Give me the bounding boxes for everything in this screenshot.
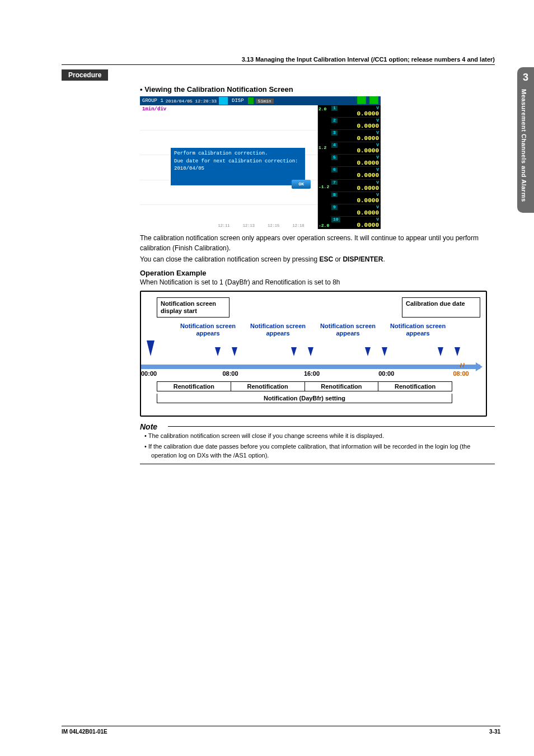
disp-label: DISP	[230, 98, 246, 104]
diagram-notif-label: Notification screenappears	[320, 323, 376, 337]
body-paragraph-2: You can close the calibration notificati…	[140, 254, 495, 264]
note-rule	[140, 464, 495, 464]
text: .	[383, 255, 385, 263]
channel-unit: V	[376, 118, 379, 123]
group-label: GROUP 1	[142, 98, 163, 104]
channel-row: 2V0.0000	[330, 118, 381, 130]
note-item: If the calibration due date passes befor…	[151, 442, 495, 460]
channel-row: 10V0.0000	[330, 217, 381, 229]
interval-label: 51min	[256, 99, 274, 104]
channel-unit: V	[376, 143, 379, 148]
scale-value: 1.2	[318, 145, 330, 150]
channel-value: 0.0000	[332, 130, 379, 142]
diagram-notif-label: Notification screenappears	[250, 323, 306, 337]
channel-number: 9	[331, 205, 338, 210]
chapter-number: 3	[517, 67, 534, 83]
operation-example-heading: Operation Example	[140, 269, 495, 277]
channel-number: 2	[331, 118, 338, 123]
channel-unit: V	[376, 106, 379, 111]
diagram-box-due: Calibration due date	[402, 297, 480, 318]
channel-number: 6	[331, 167, 338, 172]
channel-unit: V	[376, 167, 379, 172]
arrow-down-icon	[291, 347, 297, 356]
timeline-diagram: Notification screen display start Calibr…	[140, 291, 487, 417]
diagram-renotif-cell: Renotification	[305, 382, 379, 391]
arrow-down-icon	[455, 347, 460, 356]
arrow-down-icon	[438, 347, 443, 356]
channel-number: 1	[331, 106, 338, 111]
section-header: 3.13 Managing the Input Calibration Inte…	[62, 56, 495, 65]
chart-tick: 12:15	[268, 223, 279, 228]
start-arrow-icon	[147, 340, 154, 356]
note-heading: Note	[140, 422, 495, 431]
channel-row: 4V0.0000	[330, 142, 381, 155]
footer-page-number: 3-31	[489, 729, 500, 735]
diagram-tick: 00:00	[141, 370, 222, 377]
channel-unit: V	[376, 205, 379, 210]
channel-row: 1V0.0000	[330, 105, 381, 118]
status-icon	[369, 96, 378, 104]
channel-number: 5	[331, 155, 338, 160]
titlebar-right-icons	[357, 96, 378, 106]
arrow-down-icon	[308, 347, 313, 356]
channel-unit: V	[376, 130, 379, 136]
diagram-ticks: 00:00 08:00 16:00 00:00 08:00	[141, 370, 480, 377]
channel-row: 5V0.0000	[330, 155, 381, 167]
channel-row: 9V0.0000	[330, 204, 381, 217]
procedure-label: Procedure	[62, 69, 108, 81]
chapter-title: Measurement Channels and Alarms	[517, 83, 527, 202]
diagram-box-start: Notification screen display start	[157, 297, 229, 318]
chart-area: 1min/div 12:11 12:13 12:15 12:18 Perform…	[140, 105, 318, 229]
popup-line1: Perform calibration correction.	[174, 150, 302, 158]
arrow-down-icon	[365, 347, 371, 356]
datetime-label: 2010/04/05 12:20:33	[166, 99, 217, 104]
body-paragraph-1: The calibration notification screen only…	[140, 233, 495, 253]
calibration-popup: Perform calibration correction. Due date…	[171, 148, 305, 185]
channel-value: 0.0000	[332, 142, 379, 154]
status-icon	[357, 96, 366, 104]
channel-value: 0.0000	[332, 155, 379, 166]
popup-line2: Due date for next calibration correction…	[174, 158, 302, 173]
diagram-renotif-cell: Renotification	[231, 382, 305, 391]
channel-number: 4	[331, 143, 338, 148]
chart-tick: 12:18	[293, 223, 305, 228]
footer-doc-id: IM 04L42B01-01E	[62, 729, 107, 735]
diagram-notif-label: Notification screenappears	[390, 323, 446, 337]
arrow-down-icon	[382, 347, 387, 356]
channel-value: 0.0000	[332, 105, 379, 117]
channel-value: 0.0000	[332, 180, 379, 192]
progress-indicator	[248, 97, 254, 104]
channel-number: 8	[331, 193, 338, 198]
scale-value: 2.0	[318, 106, 330, 111]
operation-example-text: When Notification is set to 1 (DayBfr) a…	[140, 278, 495, 286]
channel-row: 7V0.0000	[330, 180, 381, 192]
diagram-tick: 08:00	[453, 370, 469, 377]
device-screenshot: GROUP 1 2010/04/05 12:20:33 DISP 51min 1…	[140, 96, 381, 226]
channel-unit: V	[376, 193, 379, 198]
channel-number: 3	[331, 130, 338, 136]
key-disp-enter: DISP/ENTER	[343, 255, 383, 263]
chart-tick: 12:11	[218, 223, 229, 228]
channel-value: 0.0000	[332, 192, 379, 204]
arrow-down-icon	[215, 347, 221, 356]
channel-unit: V	[376, 180, 379, 185]
device-titlebar: GROUP 1 2010/04/05 12:20:33 DISP 51min	[140, 96, 381, 105]
diagram-renotif-row: Renotification Renotification Renotifica…	[157, 381, 452, 391]
text: You can close the calibration notificati…	[140, 255, 319, 263]
diagram-tick: 08:00	[222, 370, 303, 377]
diagram-renotif-cell: Renotification	[157, 382, 231, 391]
channel-row: 3V0.0000	[330, 130, 381, 142]
diagram-tick: 00:00	[378, 370, 453, 377]
user-icon	[219, 97, 228, 105]
channel-value: 0.0000	[332, 204, 379, 216]
channel-value: 0.0000	[332, 167, 379, 179]
ok-button[interactable]: OK	[292, 180, 311, 189]
text: or	[333, 255, 343, 263]
diagram-bottom-label: Notification (DayBfr) setting	[157, 394, 452, 403]
channel-number: 10	[331, 217, 340, 222]
channel-unit: V	[376, 155, 379, 160]
diagram-dayskip-icon: ≀≀	[459, 361, 465, 369]
channel-unit: V	[376, 217, 379, 222]
diagram-axis	[141, 365, 480, 369]
page-footer: IM 04L42B01-01E 3-31	[62, 726, 500, 735]
